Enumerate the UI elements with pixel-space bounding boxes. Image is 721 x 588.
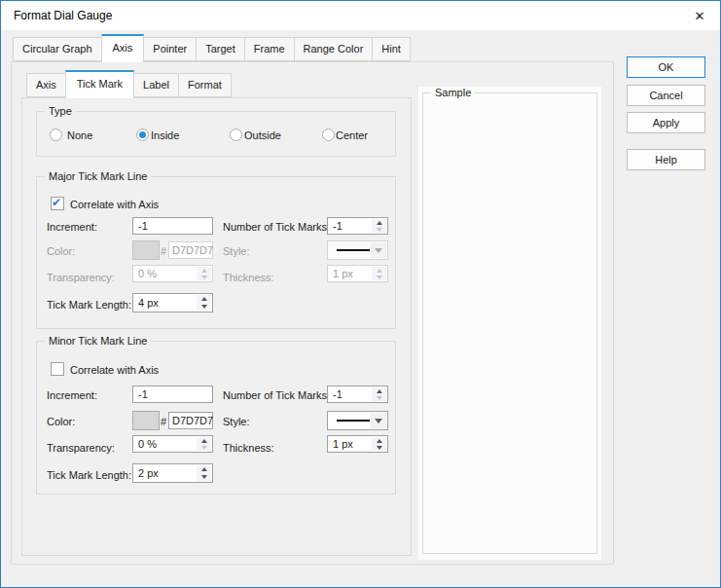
spinner-up-icon[interactable]	[372, 437, 386, 444]
major-increment-input[interactable]: -1	[132, 217, 213, 235]
major-tick-length-value: 4 px	[133, 297, 159, 309]
major-correlate-checkbox[interactable]: ✔	[51, 197, 64, 210]
line-style-preview	[337, 249, 370, 251]
spinner-down-icon[interactable]	[197, 444, 211, 451]
dropdown-arrow-icon[interactable]	[371, 242, 386, 258]
radio-none-label: None	[67, 129, 92, 141]
minor-num-ticks-label: Number of Tick Marks:	[223, 389, 330, 401]
minor-num-ticks-value: -1	[328, 388, 342, 400]
spinner-down-icon[interactable]	[372, 444, 386, 451]
tab-circular-graph[interactable]: Circular Graph	[13, 37, 102, 61]
major-style-dropdown[interactable]	[327, 240, 388, 260]
major-tick-length-input[interactable]: 4 px	[132, 293, 213, 312]
minor-transparency-input[interactable]: 0 %	[132, 435, 213, 453]
spinner-up-icon[interactable]	[372, 267, 386, 274]
minor-correlate-checkbox[interactable]	[51, 362, 64, 376]
tab-axis[interactable]: Axis	[101, 34, 145, 62]
spinner-down-icon[interactable]	[197, 303, 211, 311]
spinner-up-icon[interactable]	[197, 267, 211, 274]
sample-group: Sample	[422, 92, 597, 554]
major-transparency-value: 0 %	[133, 268, 157, 279]
main-tab-bar: Circular Graph Axis Pointer Target Frame…	[13, 34, 410, 62]
minor-num-ticks-input[interactable]: -1	[327, 386, 388, 403]
radio-none[interactable]	[50, 129, 62, 141]
tab-range-color[interactable]: Range Color	[294, 37, 374, 61]
subtab-format[interactable]: Format	[178, 73, 232, 97]
major-color-hash: #	[161, 245, 166, 257]
major-tick-length-label: Tick Mark Length:	[47, 299, 131, 311]
format-dial-gauge-dialog: Format Dial Gauge ✕ Circular Graph Axis …	[0, 0, 721, 588]
close-button[interactable]: ✕	[679, 1, 720, 30]
radio-center-label: Center	[336, 129, 368, 141]
minor-color-hex-value: D7D7D7	[169, 415, 213, 426]
radio-inside-label: Inside	[151, 129, 179, 141]
major-num-ticks-input[interactable]: -1	[327, 217, 388, 235]
minor-thickness-value: 1 px	[328, 438, 353, 450]
tab-hint[interactable]: Hint	[372, 37, 411, 61]
minor-tick-group-title: Minor Tick Mark Line	[45, 335, 151, 348]
spinner-up-icon[interactable]	[197, 465, 211, 473]
spinner-down-icon[interactable]	[197, 274, 211, 280]
minor-increment-label: Increment:	[47, 389, 97, 401]
subtab-tick-mark[interactable]: Tick Mark	[65, 70, 134, 98]
checkmark-icon: ✔	[52, 196, 61, 209]
minor-color-hex-input[interactable]: D7D7D7	[168, 412, 213, 429]
apply-button[interactable]: Apply	[627, 112, 705, 133]
major-thickness-value: 1 px	[328, 268, 353, 279]
minor-tick-length-value: 2 px	[133, 467, 159, 479]
spinner-up-icon[interactable]	[197, 437, 211, 444]
ok-button[interactable]: OK	[627, 56, 705, 78]
major-style-label: Style:	[223, 245, 250, 257]
major-num-ticks-label: Number of Tick Marks:	[223, 221, 330, 233]
major-transparency-input[interactable]: 0 %	[132, 265, 213, 282]
radio-outside-label: Outside	[244, 129, 281, 141]
minor-tick-length-input[interactable]: 2 px	[132, 463, 213, 483]
subtab-label[interactable]: Label	[133, 73, 179, 97]
major-increment-value: -1	[133, 220, 148, 232]
major-color-hex-input[interactable]: D7D7D7	[168, 241, 213, 259]
subtab-axis[interactable]: Axis	[26, 73, 66, 97]
minor-increment-input[interactable]: -1	[132, 386, 213, 403]
spinner-down-icon[interactable]	[372, 394, 386, 401]
radio-outside[interactable]	[230, 129, 242, 141]
help-button[interactable]: Help	[627, 149, 705, 170]
tab-pointer[interactable]: Pointer	[143, 37, 197, 61]
minor-color-hash: #	[161, 416, 166, 427]
major-thickness-input[interactable]: 1 px	[327, 265, 388, 282]
radio-inside[interactable]	[136, 129, 149, 141]
cancel-button[interactable]: Cancel	[627, 85, 705, 106]
close-icon: ✕	[695, 9, 705, 23]
minor-color-label: Color:	[47, 416, 75, 427]
spinner-down-icon[interactable]	[372, 226, 386, 233]
major-color-hex-value: D7D7D7	[169, 244, 213, 256]
dropdown-arrow-icon[interactable]	[371, 413, 386, 428]
minor-correlate-label: Correlate with Axis	[70, 364, 159, 376]
minor-thickness-input[interactable]: 1 px	[327, 435, 388, 453]
minor-style-dropdown[interactable]	[327, 411, 388, 430]
sub-tab-bar: Axis Tick Mark Label Format	[26, 70, 231, 98]
major-thickness-label: Thickness:	[223, 272, 274, 283]
sample-group-title: Sample	[431, 87, 475, 99]
major-tick-group-title: Major Tick Mark Line	[45, 170, 151, 183]
minor-color-swatch[interactable]	[132, 411, 160, 430]
minor-transparency-label: Transparency:	[47, 442, 115, 454]
title-bar: Format Dial Gauge ✕	[1, 1, 720, 30]
minor-increment-value: -1	[133, 388, 148, 400]
major-num-ticks-value: -1	[328, 220, 342, 232]
tab-frame[interactable]: Frame	[244, 37, 295, 61]
major-color-swatch[interactable]	[132, 240, 160, 260]
minor-thickness-label: Thickness:	[223, 442, 274, 454]
minor-transparency-value: 0 %	[133, 438, 157, 450]
spinner-down-icon[interactable]	[197, 473, 211, 481]
major-color-label: Color:	[47, 245, 75, 257]
tab-target[interactable]: Target	[196, 37, 245, 61]
type-group-title: Type	[45, 105, 76, 118]
spinner-up-icon[interactable]	[372, 387, 386, 394]
spinner-up-icon[interactable]	[197, 295, 211, 303]
spinner-up-icon[interactable]	[372, 219, 386, 226]
radio-center[interactable]	[322, 129, 335, 141]
window-title: Format Dial Gauge	[14, 1, 112, 30]
line-style-preview	[337, 420, 370, 422]
spinner-down-icon[interactable]	[372, 274, 386, 280]
major-transparency-label: Transparency:	[47, 272, 115, 283]
